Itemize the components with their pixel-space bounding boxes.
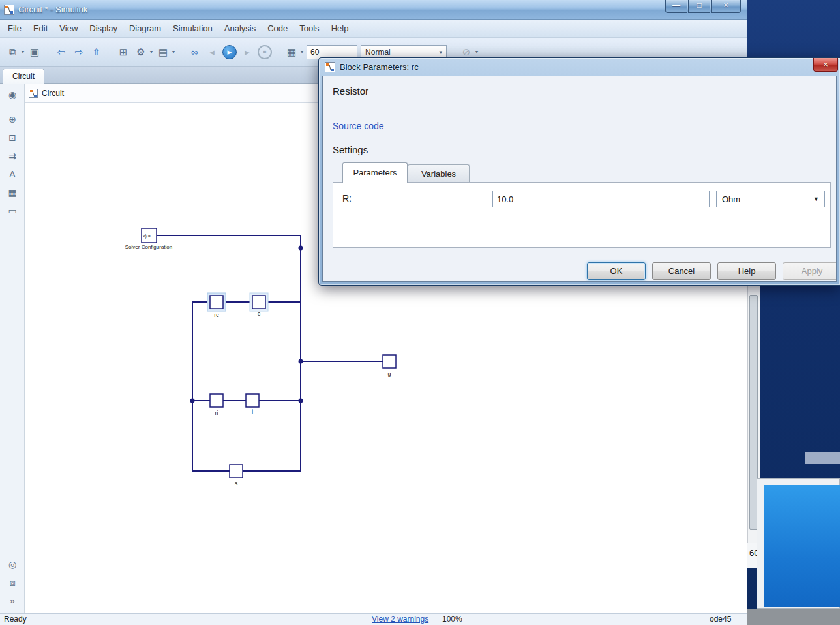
run-icon[interactable]: ▶ [222, 45, 237, 59]
ok-button[interactable]: OK [587, 262, 646, 280]
block-c[interactable]: c [250, 293, 268, 317]
model-config-caret-icon[interactable]: ▾ [172, 49, 175, 55]
view-warnings-link[interactable]: View 2 warnings [372, 615, 428, 624]
menu-display[interactable]: Display [89, 23, 117, 33]
fit-to-view-icon[interactable]: ⊡ [0, 129, 25, 146]
svg-text:ri: ri [215, 410, 218, 416]
expand-palette-icon[interactable]: » [0, 592, 25, 609]
model-settings-caret-icon[interactable]: ▾ [150, 49, 153, 55]
background-bottom-strip [747, 609, 840, 625]
svg-text:c: c [258, 311, 261, 317]
status-ready: Ready [4, 615, 27, 624]
maximize-button[interactable]: □ [688, 0, 710, 13]
dialog-block-icon [325, 62, 335, 72]
menu-help[interactable]: Help [331, 23, 349, 33]
simulation-display-icon[interactable]: ▦ [284, 44, 299, 60]
subsystem-layers-icon[interactable]: ⧈ [0, 574, 25, 591]
menu-code[interactable]: Code [267, 23, 288, 33]
image-annotation-icon[interactable]: ▦ [0, 184, 25, 201]
settings-heading: Settings [333, 144, 368, 155]
svg-text:rc: rc [214, 312, 219, 318]
source-code-link[interactable]: Source code [333, 121, 384, 131]
param-r-input[interactable] [492, 191, 710, 207]
simulation-display-caret-icon[interactable]: ▾ [301, 49, 303, 55]
dialog-close-icon[interactable]: × [813, 58, 838, 72]
toolbar-separator [110, 44, 110, 61]
status-zoom: 100% [442, 615, 462, 624]
svg-text:Solver Configuration: Solver Configuration [125, 244, 172, 250]
menu-simulation[interactable]: Simulation [173, 23, 213, 33]
connect-target-icon[interactable]: ∞ [187, 44, 202, 60]
menu-view[interactable]: View [59, 23, 78, 33]
dialog-title: Block Parameters: rc [340, 62, 419, 72]
model-config-icon[interactable]: ▤ [156, 44, 170, 60]
svg-text:x) =: x) = [143, 234, 151, 239]
block-ri[interactable]: ri [210, 394, 223, 416]
up-to-parent-icon[interactable]: ⇧ [89, 44, 104, 60]
highlight-disable-caret-icon[interactable]: ▾ [475, 49, 478, 55]
zoom-icon[interactable]: ⊕ [0, 111, 25, 128]
unit-dropdown-icon: ▼ [813, 196, 819, 202]
tab-circuit[interactable]: Circuit [3, 69, 44, 84]
block-s[interactable]: s [230, 465, 243, 487]
block-solver-configuration[interactable]: x) = Solver Configuration [125, 228, 172, 250]
param-r-unit-value: Ohm [722, 194, 740, 204]
direction-arrows-icon[interactable]: ⇉ [0, 147, 25, 164]
cancel-button[interactable]: Cancel [652, 262, 711, 280]
open-model-icon[interactable]: ⧉ [5, 44, 20, 60]
block-type-heading: Resistor [333, 85, 368, 97]
menu-analysis[interactable]: Analysis [224, 23, 256, 33]
block-parameters-dialog: Block Parameters: rc × Resistor Source c… [318, 57, 840, 286]
library-browser-icon[interactable]: ⊞ [116, 44, 130, 60]
block-rc[interactable]: rc [207, 293, 226, 318]
left-tool-palette: ◉ ⊕ ⊡ ⇉ A ▦ ▭ ◎ ⧈ » [0, 84, 25, 613]
tab-variables[interactable]: Variables [408, 164, 470, 183]
status-solver: ode45 [710, 615, 731, 624]
block-g[interactable]: g [383, 355, 396, 377]
area-box-icon[interactable]: ▭ [0, 202, 25, 219]
menu-file[interactable]: File [8, 23, 22, 33]
minimize-button[interactable]: — [665, 0, 687, 13]
block-i[interactable]: i [246, 394, 259, 415]
close-button[interactable]: × [711, 0, 741, 13]
simulink-app-icon [4, 5, 14, 15]
window-controls: — □ × [665, 0, 741, 13]
toolbar-separator [48, 44, 48, 61]
model-settings-icon[interactable]: ⚙ [134, 44, 148, 60]
background-window-band [805, 452, 840, 464]
menu-edit[interactable]: Edit [33, 23, 48, 33]
dialog-title-bar[interactable]: Block Parameters: rc [319, 58, 840, 76]
menu-tools[interactable]: Tools [299, 23, 319, 33]
annotation-icon[interactable]: A [0, 166, 25, 183]
tab-parameters[interactable]: Parameters [342, 162, 408, 183]
simulation-mode-value: Normal [365, 48, 391, 57]
svg-text:g: g [387, 371, 391, 377]
viewmark-camera-icon[interactable]: ◎ [0, 556, 25, 573]
status-bar: Ready View 2 warnings 100% ode45 [0, 613, 747, 625]
model-browser-icon[interactable]: ◉ [0, 86, 25, 103]
param-r-unit-select[interactable]: Ohm ▼ [716, 191, 825, 207]
step-forward-icon[interactable]: ▸ [240, 44, 254, 60]
wire-junctions [190, 246, 303, 403]
title-bar[interactable]: Circuit * - Simulink — □ × [0, 0, 747, 20]
step-back-icon[interactable]: ◂ [205, 44, 219, 60]
save-icon[interactable]: ▣ [27, 44, 42, 60]
window-title: Circuit * - Simulink [18, 5, 87, 14]
dialog-body: Resistor Source code Settings Parameters… [322, 76, 837, 282]
svg-text:s: s [235, 480, 238, 487]
apply-button[interactable]: Apply [783, 262, 837, 280]
model-icon [29, 89, 38, 98]
forward-icon[interactable]: ⇨ [72, 44, 86, 60]
stop-icon[interactable]: ■ [258, 45, 272, 59]
open-model-caret-icon[interactable]: ▾ [22, 49, 24, 55]
simulation-mode-caret-icon: ▾ [440, 49, 443, 55]
parameters-panel: R: Ohm ▼ [333, 182, 831, 248]
breadcrumb-item-circuit[interactable]: Circuit [42, 89, 64, 98]
menu-bar: File Edit View Display Diagram Simulatio… [0, 20, 747, 38]
back-icon[interactable]: ⇦ [54, 44, 68, 60]
help-button[interactable]: Help [717, 262, 776, 280]
param-r-label: R: [342, 193, 352, 204]
background-window-content [764, 485, 840, 607]
toolbar-separator [181, 44, 181, 61]
menu-diagram[interactable]: Diagram [129, 23, 161, 33]
